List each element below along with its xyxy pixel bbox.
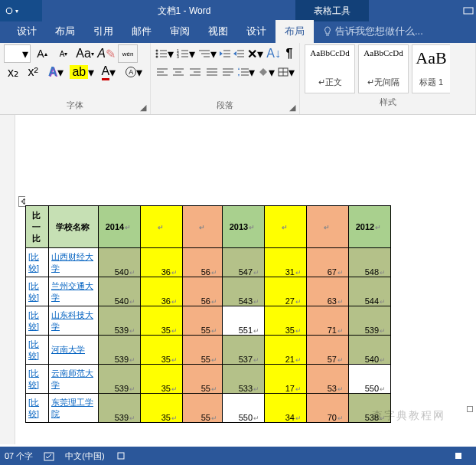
style-no-spacing[interactable]: AaBbCcDd ↵无间隔: [358, 44, 409, 93]
table-header[interactable]: 学校名称: [49, 206, 99, 248]
data-cell[interactable]: 35↵: [265, 306, 307, 336]
align-right-button[interactable]: [187, 63, 203, 81]
compare-link[interactable]: [比较]: [26, 277, 49, 306]
show-marks-button[interactable]: ¶: [283, 44, 295, 63]
table-header[interactable]: 2014↵: [99, 206, 141, 248]
table-resize-handle[interactable]: [467, 406, 473, 412]
font-color-button[interactable]: A▾: [96, 63, 120, 81]
text-effects-button[interactable]: A▾: [44, 63, 67, 81]
data-cell[interactable]: 547↵: [223, 248, 265, 277]
bullets-button[interactable]: ▾: [155, 44, 174, 63]
style-normal[interactable]: AaBbCcDd ↵正文: [305, 44, 355, 93]
data-cell[interactable]: 56↵: [183, 248, 223, 277]
data-cell[interactable]: 543↵: [223, 277, 265, 306]
table-header[interactable]: 2012↵: [349, 206, 391, 248]
data-cell[interactable]: 55↵: [183, 365, 223, 394]
tab-design[interactable]: 设计: [8, 20, 46, 43]
data-cell[interactable]: 550↵: [223, 394, 265, 423]
superscript-button[interactable]: x²: [24, 63, 42, 81]
data-cell[interactable]: 540↵: [99, 248, 141, 277]
align-justify-button[interactable]: [204, 63, 220, 81]
data-cell[interactable]: 533↵: [223, 365, 265, 394]
tab-references[interactable]: 引用: [84, 20, 122, 43]
data-cell[interactable]: 540↵: [349, 336, 391, 365]
grow-font-button[interactable]: A▴: [32, 44, 52, 63]
data-cell[interactable]: 539↵: [99, 336, 141, 365]
spellcheck-icon[interactable]: [44, 450, 54, 461]
tab-table-layout[interactable]: 布局: [275, 20, 314, 43]
data-cell[interactable]: 34↵: [265, 394, 307, 423]
data-cell[interactable]: 537↵: [223, 336, 265, 365]
tab-layout[interactable]: 布局: [46, 20, 84, 43]
data-cell[interactable]: 540↵: [99, 277, 141, 306]
asian-layout-button[interactable]: ✕▾: [246, 44, 264, 63]
data-cell[interactable]: 55↵: [183, 394, 223, 423]
data-cell[interactable]: 35↵: [141, 336, 183, 365]
data-table[interactable]: 比一比学校名称2014↵↵↵2013↵↵↵2012↵[比较]山西财经大学540↵…: [25, 205, 391, 423]
enclose-characters-button[interactable]: A▾: [122, 63, 146, 81]
quick-access-toolbar[interactable]: ▾: [0, 0, 42, 21]
data-cell[interactable]: 35↵: [141, 306, 183, 336]
macro-record-icon[interactable]: [453, 450, 464, 461]
font-dialog-launcher[interactable]: ◢: [138, 102, 148, 113]
compare-link[interactable]: [比较]: [26, 306, 49, 336]
shrink-font-button[interactable]: A▾: [54, 44, 73, 63]
line-spacing-button[interactable]: ▾: [237, 63, 256, 81]
data-cell[interactable]: 57↵: [307, 336, 349, 365]
compare-link[interactable]: [比较]: [26, 248, 49, 277]
table-header[interactable]: ↵: [141, 206, 183, 248]
align-left-button[interactable]: [155, 63, 170, 81]
document-area[interactable]: ✥ 比一比学校名称2014↵↵↵2013↵↵↵2012↵[比较]山西财经大学54…: [0, 115, 476, 444]
table-header[interactable]: 比一比: [26, 206, 49, 248]
compare-link[interactable]: [比较]: [26, 394, 49, 423]
decrease-indent-button[interactable]: [219, 44, 231, 63]
word-count[interactable]: 07 个字: [5, 450, 33, 462]
data-cell[interactable]: 36↵: [141, 277, 183, 306]
table-header[interactable]: ↵: [183, 206, 223, 248]
data-cell[interactable]: 550↵: [349, 365, 391, 394]
school-link[interactable]: 云南师范大学: [49, 365, 99, 394]
language-indicator[interactable]: 中文(中国): [65, 450, 104, 462]
data-cell[interactable]: 27↵: [265, 277, 307, 306]
data-cell[interactable]: 21↵: [265, 336, 307, 365]
data-cell[interactable]: 36↵: [141, 248, 183, 277]
data-cell[interactable]: 539↵: [99, 394, 141, 423]
data-cell[interactable]: 544↵: [349, 277, 391, 306]
phonetic-guide-button[interactable]: wén: [118, 44, 138, 63]
data-cell[interactable]: 17↵: [265, 365, 307, 394]
compare-link[interactable]: [比较]: [26, 336, 49, 365]
insert-mode-icon[interactable]: [116, 450, 126, 461]
tell-me-search[interactable]: 告诉我您想做什么...: [320, 20, 426, 43]
align-distributed-button[interactable]: [220, 63, 236, 81]
paragraph-dialog-launcher[interactable]: ◢: [287, 102, 298, 113]
ribbon-display-icon[interactable]: [461, 0, 476, 21]
data-cell[interactable]: 55↵: [183, 306, 223, 336]
increase-indent-button[interactable]: [233, 44, 245, 63]
data-cell[interactable]: 539↵: [349, 306, 391, 336]
data-cell[interactable]: 539↵: [99, 306, 141, 336]
clear-formatting-button[interactable]: A✎: [96, 44, 116, 63]
highlight-button[interactable]: ab▾: [69, 63, 95, 81]
data-cell[interactable]: 31↵: [265, 248, 307, 277]
data-cell[interactable]: 539↵: [99, 365, 141, 394]
tab-table-design[interactable]: 设计: [237, 20, 275, 43]
data-cell[interactable]: 551↵: [223, 306, 265, 336]
school-link[interactable]: 河南大学: [49, 336, 99, 365]
school-link[interactable]: 兰州交通大学: [49, 277, 99, 306]
table-header[interactable]: 2013↵: [223, 206, 265, 248]
data-cell[interactable]: 538↵: [349, 394, 391, 423]
data-cell[interactable]: 63↵: [307, 277, 349, 306]
data-cell[interactable]: 35↵: [141, 394, 183, 423]
data-cell[interactable]: 53↵: [307, 365, 349, 394]
numbering-button[interactable]: 123▾: [176, 44, 196, 63]
compare-link[interactable]: [比较]: [26, 365, 49, 394]
multilevel-list-button[interactable]: ▾: [197, 44, 217, 63]
font-size-combo[interactable]: ▾: [4, 44, 31, 63]
borders-button[interactable]: ▾: [277, 63, 295, 81]
shading-button[interactable]: ▾: [257, 63, 275, 81]
tab-mailings[interactable]: 邮件: [122, 20, 161, 43]
data-cell[interactable]: 548↵: [349, 248, 391, 277]
school-link[interactable]: 山西财经大学: [49, 248, 99, 277]
change-case-button[interactable]: Aa▾: [75, 44, 95, 63]
sort-button[interactable]: A↓: [266, 44, 282, 63]
